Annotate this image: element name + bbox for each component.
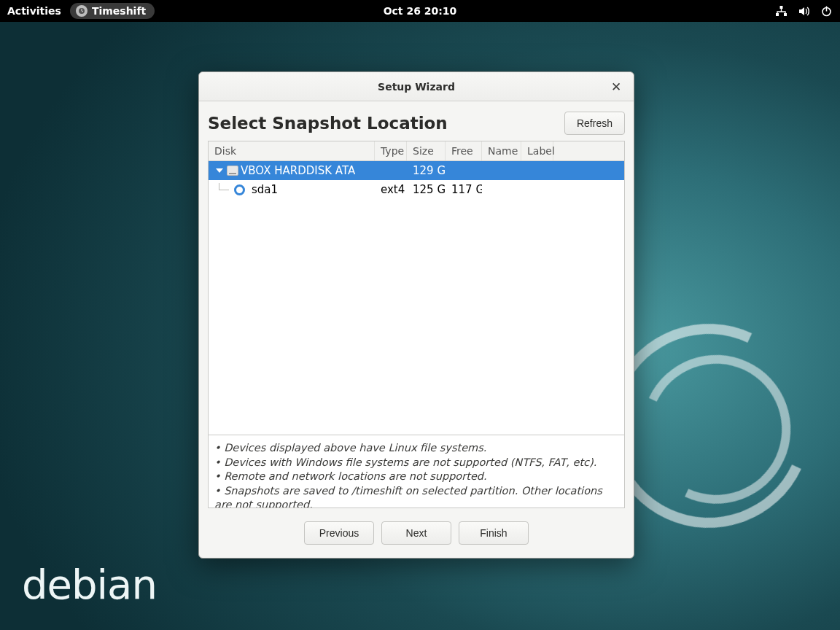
partition-size: 125 GB [407, 183, 446, 196]
disk-tree[interactable]: Disk Type Size Free Name Label VBOX HARD… [208, 141, 625, 435]
col-type[interactable]: Type [375, 141, 407, 160]
notes-panel: • Devices displayed above have Linux fil… [208, 435, 625, 508]
tree-header: Disk Type Size Free Name Label [209, 141, 624, 161]
partition-type: ext4 [375, 183, 407, 196]
app-icon [76, 5, 88, 17]
col-name[interactable]: Name [482, 141, 521, 160]
debian-wordmark: debian [22, 561, 157, 608]
finish-button[interactable]: Finish [459, 521, 529, 545]
partition-label: sda1 [252, 183, 278, 196]
setup-wizard-dialog: Setup Wizard ✕ Select Snapshot Location … [198, 71, 634, 559]
col-free[interactable]: Free [446, 141, 482, 160]
partition-row[interactable]: sda1 ext4 125 GB 117 GB [209, 180, 624, 199]
close-icon[interactable]: ✕ [607, 78, 625, 96]
activities-button[interactable]: Activities [7, 5, 61, 17]
harddisk-icon [227, 166, 238, 176]
col-label[interactable]: Label [521, 141, 553, 160]
partition-free: 117 GB [446, 183, 482, 196]
svg-rect-3 [784, 13, 787, 16]
note-line: • Devices displayed above have Linux fil… [214, 441, 618, 456]
note-line: • Devices with Windows file systems are … [214, 456, 618, 470]
active-app-pill[interactable]: Timeshift [70, 3, 155, 19]
svg-rect-2 [776, 13, 779, 16]
partition-radio[interactable] [234, 184, 245, 195]
note-line: • Snapshots are saved to /timeshift on s… [214, 484, 618, 508]
expand-icon[interactable] [216, 168, 223, 173]
wizard-footer: Previous Next Finish [199, 508, 634, 558]
network-icon[interactable] [775, 5, 788, 18]
disk-size: 129 GB [407, 164, 446, 177]
clock[interactable]: Oct 26 20:10 [384, 5, 457, 17]
disk-row[interactable]: VBOX HARDDISK ATA 129 GB [209, 161, 624, 180]
power-icon[interactable] [820, 5, 833, 18]
page-heading: Select Snapshot Location [208, 114, 448, 133]
dialog-title: Setup Wizard [378, 81, 455, 93]
dialog-titlebar[interactable]: Setup Wizard ✕ [199, 72, 634, 101]
svg-rect-5 [826, 6, 828, 11]
tree-branch [209, 183, 232, 196]
refresh-button[interactable]: Refresh [564, 112, 625, 135]
col-disk[interactable]: Disk [209, 141, 375, 160]
note-line: • Remote and network locations are not s… [214, 470, 618, 484]
next-button[interactable]: Next [381, 521, 451, 545]
svg-rect-1 [780, 6, 783, 9]
active-app-label: Timeshift [92, 5, 146, 17]
volume-icon[interactable] [798, 5, 810, 18]
previous-button[interactable]: Previous [304, 521, 374, 545]
disk-label: VBOX HARDDISK ATA [241, 164, 355, 177]
gnome-topbar: Activities Timeshift Oct 26 20:10 [0, 0, 840, 22]
col-size[interactable]: Size [407, 141, 446, 160]
